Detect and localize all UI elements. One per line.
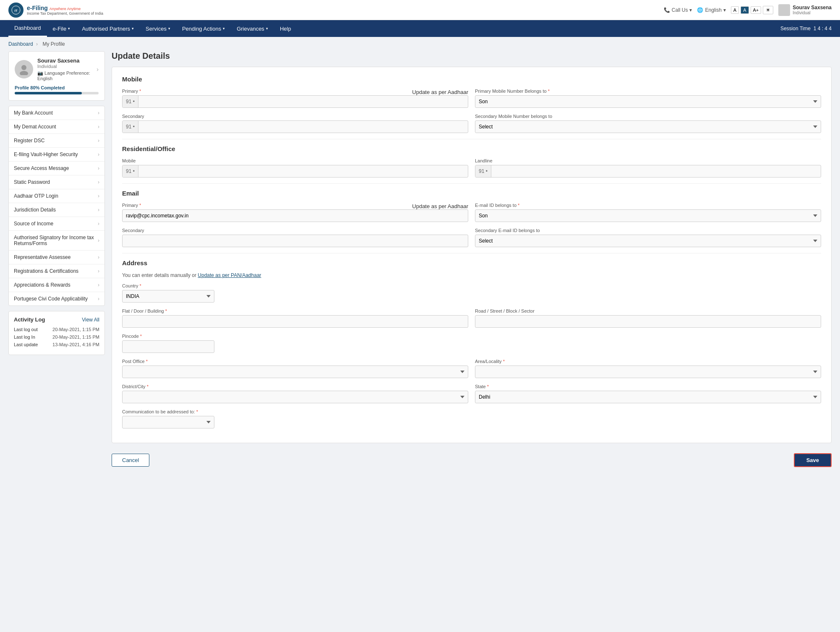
user-role: Individual (793, 10, 832, 15)
sidebar-item-secure-access[interactable]: Secure Access Message › (9, 162, 104, 175)
res-landline-label: Landline (475, 158, 821, 163)
logo-text: e-Filing Anywhere Anytime Income Tax Dep… (27, 5, 103, 16)
road-input[interactable] (475, 315, 821, 328)
mobile-update-aadhaar-link[interactable]: Update as per Aadhaar (412, 89, 468, 95)
contrast-button[interactable]: ☀ (763, 6, 773, 14)
res-landline-input[interactable] (491, 168, 821, 174)
call-us-button[interactable]: 📞 Call Us ▾ (664, 7, 692, 13)
sidebar-item-authorised-signatory[interactable]: Authorised Signatory for Income tax Retu… (9, 231, 104, 251)
pincode-input[interactable] (122, 340, 214, 353)
nav-dashboard[interactable]: Dashboard (8, 20, 47, 37)
user-name: Sourav Saxsena (793, 5, 832, 10)
cancel-button[interactable]: Cancel (112, 454, 149, 467)
sidebar-demat-arrow: › (98, 124, 99, 130)
font-large-button[interactable]: A+ (751, 6, 762, 14)
sidebar-item-registrations[interactable]: Registrations & Certifications › (9, 264, 104, 278)
nav-authorised-chevron: ▾ (132, 26, 134, 31)
sidebar-item-source-income[interactable]: Source of Income › (9, 217, 104, 231)
nav-grievances-chevron: ▾ (266, 26, 268, 31)
sidebar-aadhaar-arrow: › (98, 193, 99, 199)
res-mobile-input[interactable] (138, 168, 468, 174)
mobile-primary-label: Primary * (122, 89, 141, 94)
district-select[interactable] (122, 391, 468, 403)
email-primary-row: Primary * Update as per Aadhaar E-mail I… (122, 203, 821, 222)
sidebar-item-bank-account[interactable]: My Bank Account › (9, 106, 104, 120)
svg-point-2 (21, 65, 26, 70)
email-update-aadhaar-link[interactable]: Update as per Aadhaar (412, 203, 468, 209)
res-landline-code: 91 • (475, 165, 491, 177)
email-secondary-input[interactable] (122, 235, 468, 247)
state-select[interactable]: Delhi Maharashtra Karnataka Tamil Nadu U… (475, 391, 821, 403)
activity-update-label: Last update (14, 342, 38, 347)
activity-log: Activity Log View All Last log out 20-Ma… (8, 311, 105, 355)
sidebar-item-demat-account[interactable]: My Demat Account › (9, 120, 104, 134)
nav-pending-label: Pending Actions (182, 26, 221, 32)
language-selector[interactable]: 🌐 English ▾ (697, 7, 725, 13)
sidebar-item-efiling-vault[interactable]: E-filing Vault-Higher Security › (9, 148, 104, 162)
nav-services[interactable]: Services ▾ (140, 20, 176, 37)
sidebar-item-appreciations[interactable]: Appreciations & Rewards › (9, 278, 104, 292)
nav-efile[interactable]: e-File ▾ (47, 20, 76, 37)
postoffice-select[interactable] (122, 366, 468, 378)
nav-pending-actions[interactable]: Pending Actions ▾ (176, 20, 231, 37)
nav-help[interactable]: Help (274, 20, 297, 37)
profile-arrow-icon[interactable]: › (97, 66, 99, 73)
area-select[interactable] (475, 366, 821, 378)
profile-name: Sourav Saxsena (37, 57, 97, 64)
nav-grievances[interactable]: Grievances ▾ (231, 20, 274, 37)
activity-view-all-link[interactable]: View All (82, 317, 99, 323)
update-pan-aadhaar-link[interactable]: Update as per PAN/Aadhaar (198, 272, 261, 278)
mobile-secondary-input[interactable] (138, 124, 468, 130)
res-mobile-group: Mobile 91 • (122, 158, 468, 178)
session-label: Session Time (780, 26, 811, 31)
font-small-button[interactable]: A (731, 6, 739, 14)
res-mobile-input-wrapper: 91 • (122, 165, 468, 178)
mobile-belongs-group: Primary Mobile Number Belongs to * Son S… (475, 89, 821, 108)
sidebar-item-portugese[interactable]: Portugese Civi Code Applicability › (9, 292, 104, 306)
mobile-secondary-label: Secondary (122, 114, 468, 119)
email-belongs-select[interactable]: Son Self Spouse Father Mother Other (475, 209, 821, 222)
email-secondary-label: Secondary (122, 228, 468, 233)
sidebar-secure-arrow: › (98, 165, 99, 171)
mobile-belongs-select[interactable]: Son Self Spouse Father Mother Other (475, 95, 821, 108)
breadcrumb-home[interactable]: Dashboard (8, 41, 33, 47)
activity-log-title: Activity Log (14, 316, 45, 323)
language-label: English (705, 7, 721, 13)
sidebar-item-register-dsc[interactable]: Register DSC › (9, 134, 104, 148)
email-primary-input[interactable] (122, 209, 468, 222)
email-secondary-belongs-group: Secondary E-mail ID belongs to Select So… (475, 228, 821, 247)
mobile-primary-input-wrapper: 91 • (122, 95, 468, 108)
activity-login-value: 20-May-2021, 1:15 PM (52, 334, 99, 340)
logo-tagline: Anywhere Anytime (50, 7, 81, 11)
language-chevron: ▾ (723, 7, 726, 13)
page-title: Update Details (112, 51, 832, 61)
email-secondary-belongs-select[interactable]: Select Son Self Spouse (475, 235, 821, 247)
communication-select[interactable] (122, 416, 214, 428)
mobile-section-title: Mobile (122, 76, 821, 83)
nav-grievances-label: Grievances (237, 26, 264, 32)
sidebar-item-jurisdiction[interactable]: Jurisdiction Details › (9, 203, 104, 217)
road-group: Road / Street / Block / Sector (475, 308, 821, 328)
nav-authorised-partners[interactable]: Authorised Partners ▾ (76, 20, 140, 37)
sidebar-item-aadhaar-otp[interactable]: Aadhaar OTP Login › (9, 189, 104, 203)
mobile-primary-row: Primary * Update as per Aadhaar 91 • Pri… (122, 89, 821, 108)
progress-bar-fill (15, 92, 82, 94)
communication-label: Communication to be addressed to: * (122, 409, 214, 414)
address-row1: Flat / Door / Building * Road / Street /… (122, 308, 821, 328)
sidebar-item-representative[interactable]: Representative Assessee › (9, 251, 104, 264)
address-section-title: Address (122, 259, 821, 266)
flat-input[interactable] (122, 315, 468, 328)
pincode-group: Pincode * (122, 334, 214, 353)
activity-logout-label: Last log out (14, 327, 38, 332)
email-primary-label: Primary * (122, 203, 141, 208)
country-select[interactable]: INDIA (122, 290, 214, 303)
font-medium-button[interactable]: A (741, 6, 749, 14)
nav-pending-chevron: ▾ (223, 26, 225, 31)
email-secondary-group: Secondary (122, 228, 468, 247)
profile-progress: Profile 80% Completed (15, 85, 99, 94)
sidebar-item-static-password[interactable]: Static Password › (9, 175, 104, 189)
mobile-secondary-belongs-select[interactable]: Select Son Self Spouse (475, 120, 821, 133)
save-button[interactable]: Save (794, 453, 832, 467)
mobile-primary-input[interactable] (138, 99, 468, 104)
nav-efile-label: e-File (53, 26, 67, 32)
